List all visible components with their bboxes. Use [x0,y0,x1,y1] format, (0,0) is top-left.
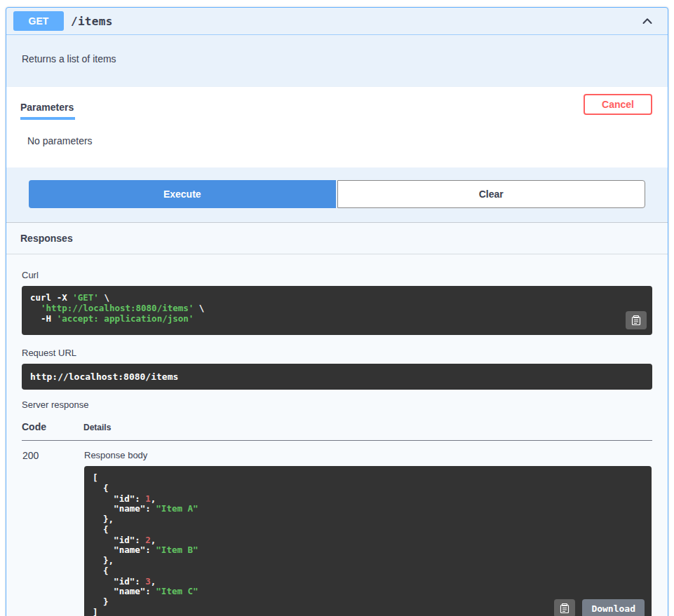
responses-title: Responses [20,233,73,244]
code-line: "name": "Item C" [93,587,643,597]
code-line: -H 'accept: application/json' [30,314,644,324]
response-row: 200 Response body [ { "id": 1, "name": "… [22,441,652,616]
swagger-ui: GET /items Returns a list of items Param… [0,0,674,616]
cancel-button[interactable]: Cancel [584,94,652,115]
code-line: }, [93,556,643,566]
tab-parameters[interactable]: Parameters [20,93,75,120]
curl-label: Curl [22,270,652,280]
curl-command: curl -X 'GET' \ 'http://localhost:8080/i… [22,286,652,335]
curl-code: curl -X 'GET' \ 'http://localhost:8080/i… [30,293,644,324]
endpoint-description: Returns a list of items [6,35,668,87]
no-parameters-message: No parameters [6,120,668,167]
endpoint-path[interactable]: /items [71,15,113,28]
response-details-cell: Response body [ { "id": 1, "name": "Item… [83,441,652,616]
code-column-header: Code [22,416,83,441]
response-status-code: 200 [22,441,83,616]
method-badge: GET [13,11,64,31]
code-line: "id": 3, [93,577,643,587]
code-line: "id": 1, [93,494,643,505]
clipboard-icon [559,603,570,614]
response-body-code: [ { "id": 1, "name": "Item A" }, { "id":… [93,473,643,616]
code-line: { [93,566,643,577]
opblock-summary[interactable]: GET /items [6,8,668,35]
responses-wrapper: Curl curl -X 'GET' \ 'http://localhost:8… [6,254,668,616]
code-line: }, [93,514,643,525]
response-body-label: Response body [84,450,652,460]
chevron-up-icon [640,14,654,28]
server-response-table: Code Details 200 Response body [ { "id":… [22,416,652,616]
responses-section-header: Responses [6,222,668,254]
download-button[interactable]: Download [582,599,645,616]
response-body: [ { "id": 1, "name": "Item A" }, { "id":… [84,466,652,616]
code-line: { [93,525,643,535]
parameters-section-header: Parameters Cancel [6,87,668,120]
clipboard-icon [631,315,642,326]
code-line: "id": 2, [93,535,643,546]
server-response-label: Server response [22,399,652,410]
copy-curl-button[interactable] [626,311,647,329]
code-line: "name": "Item B" [93,545,643,556]
execute-wrapper: Execute Clear [6,167,668,222]
code-line: curl -X 'GET' \ [30,293,644,303]
request-url-label: Request URL [22,348,652,358]
copy-response-button[interactable] [554,599,575,616]
details-column-header: Details [83,416,652,441]
code-line: "name": "Item A" [93,504,643,514]
code-line: [ [93,473,643,484]
request-url-value: http://localhost:8080/items [22,364,652,390]
code-line: { [93,484,643,494]
opblock-get-items: GET /items Returns a list of items Param… [6,7,668,616]
collapse-button[interactable] [631,11,664,31]
clear-button[interactable]: Clear [337,180,646,208]
response-controls: Download [554,599,645,616]
code-line: 'http://localhost:8080/items' \ [30,303,644,314]
execute-button[interactable]: Execute [29,180,336,208]
